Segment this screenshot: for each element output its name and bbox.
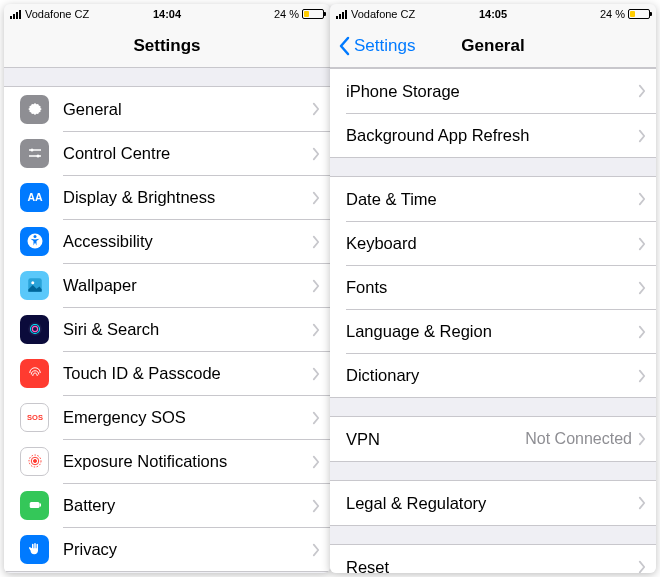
svg-text:SOS: SOS [27, 413, 43, 422]
row-bg-refresh[interactable]: Background App Refresh [330, 113, 656, 157]
battery-icon [628, 9, 650, 19]
battery-icon [302, 9, 324, 19]
row-label: Accessibility [63, 232, 312, 251]
chevron-right-icon [638, 192, 646, 206]
phone-general: Vodafone CZ 14:05 24 % Settings General … [330, 4, 656, 573]
row-label: Siri & Search [63, 320, 312, 339]
chevron-right-icon [312, 147, 320, 161]
sos-icon: SOS [20, 403, 49, 432]
battery-icon [20, 491, 49, 520]
chevron-right-icon [312, 367, 320, 381]
row-date-time[interactable]: Date & Time [330, 177, 656, 221]
row-label: VPN [346, 430, 525, 449]
row-display[interactable]: AA Display & Brightness [4, 175, 330, 219]
chevron-right-icon [312, 323, 320, 337]
chevron-right-icon [638, 84, 646, 98]
row-label: Date & Time [346, 190, 638, 209]
row-vpn[interactable]: VPN Not Connected [330, 417, 656, 461]
chevron-right-icon [638, 496, 646, 510]
row-label: Touch ID & Passcode [63, 364, 312, 383]
svg-text:AA: AA [27, 191, 43, 203]
row-label: Fonts [346, 278, 638, 297]
chevron-right-icon [312, 279, 320, 293]
row-privacy[interactable]: Privacy [4, 527, 330, 571]
row-label: Control Centre [63, 144, 312, 163]
list-group: Legal & Regulatory [330, 480, 656, 526]
row-dictionary[interactable]: Dictionary [330, 353, 656, 397]
chevron-right-icon [312, 235, 320, 249]
row-accessibility[interactable]: Accessibility [4, 219, 330, 263]
back-label: Settings [354, 36, 415, 56]
svg-rect-1 [29, 149, 41, 151]
chevron-right-icon [638, 560, 646, 573]
chevron-right-icon [638, 281, 646, 295]
svg-rect-16 [29, 502, 39, 508]
row-iphone-storage[interactable]: iPhone Storage [330, 69, 656, 113]
row-legal[interactable]: Legal & Regulatory [330, 481, 656, 525]
status-bar: Vodafone CZ 14:05 24 % [330, 4, 656, 24]
aa-icon: AA [20, 183, 49, 212]
row-battery[interactable]: Battery [4, 483, 330, 527]
list-group: Reset Shut Down [330, 544, 656, 573]
general-scroll[interactable]: iPhone Storage Background App Refresh Da… [330, 68, 656, 573]
signal-icon [336, 10, 347, 19]
fingerprint-icon [20, 359, 49, 388]
svg-point-13 [33, 460, 36, 463]
wallpaper-icon [20, 271, 49, 300]
row-control-centre[interactable]: Control Centre [4, 131, 330, 175]
row-exposure[interactable]: Exposure Notifications [4, 439, 330, 483]
list-group: iPhone Storage Background App Refresh [330, 68, 656, 158]
row-label: Exposure Notifications [63, 452, 312, 471]
settings-scroll[interactable]: General Control Centre AA Display & Brig… [4, 68, 330, 573]
chevron-right-icon [312, 543, 320, 557]
signal-icon [10, 10, 21, 19]
back-button[interactable]: Settings [338, 36, 415, 56]
svg-point-8 [31, 281, 34, 284]
row-touchid[interactable]: Touch ID & Passcode [4, 351, 330, 395]
row-siri[interactable]: Siri & Search [4, 307, 330, 351]
list-group: VPN Not Connected [330, 416, 656, 462]
row-lang-region[interactable]: Language & Region [330, 309, 656, 353]
chevron-right-icon [312, 191, 320, 205]
chevron-right-icon [638, 129, 646, 143]
row-label: iPhone Storage [346, 82, 638, 101]
row-label: Background App Refresh [346, 126, 638, 145]
svg-rect-17 [39, 504, 41, 507]
carrier-label: Vodafone CZ [351, 8, 415, 20]
battery-pct: 24 % [274, 8, 299, 20]
svg-rect-3 [29, 155, 41, 157]
chevron-right-icon [638, 325, 646, 339]
list-group: Date & Time Keyboard Fonts Language & Re… [330, 176, 656, 398]
row-label: Display & Brightness [63, 188, 312, 207]
battery-pct: 24 % [600, 8, 625, 20]
row-label: Language & Region [346, 322, 638, 341]
row-reset[interactable]: Reset [330, 545, 656, 573]
row-label: General [63, 100, 312, 119]
hand-icon [20, 535, 49, 564]
chevron-right-icon [638, 369, 646, 383]
row-fonts[interactable]: Fonts [330, 265, 656, 309]
exposure-icon [20, 447, 49, 476]
phone-settings: Vodafone CZ 14:04 24 % Settings General … [4, 4, 330, 573]
page-title: General [461, 36, 524, 56]
chevron-right-icon [312, 499, 320, 513]
row-label: Battery [63, 496, 312, 515]
row-keyboard[interactable]: Keyboard [330, 221, 656, 265]
nav-bar: Settings General [330, 24, 656, 68]
page-title: Settings [133, 36, 200, 56]
gear-icon [20, 95, 49, 124]
row-sos[interactable]: SOS Emergency SOS [4, 395, 330, 439]
chevron-right-icon [312, 455, 320, 469]
row-label: Wallpaper [63, 276, 312, 295]
chevron-right-icon [312, 102, 320, 116]
row-label: Reset [346, 558, 638, 574]
sliders-icon [20, 139, 49, 168]
svg-point-6 [33, 235, 36, 238]
row-general[interactable]: General [4, 87, 330, 131]
chevron-right-icon [312, 411, 320, 425]
accessibility-icon [20, 227, 49, 256]
nav-bar: Settings [4, 24, 330, 68]
row-wallpaper[interactable]: Wallpaper [4, 263, 330, 307]
status-bar: Vodafone CZ 14:04 24 % [4, 4, 330, 24]
row-label: Legal & Regulatory [346, 494, 638, 513]
